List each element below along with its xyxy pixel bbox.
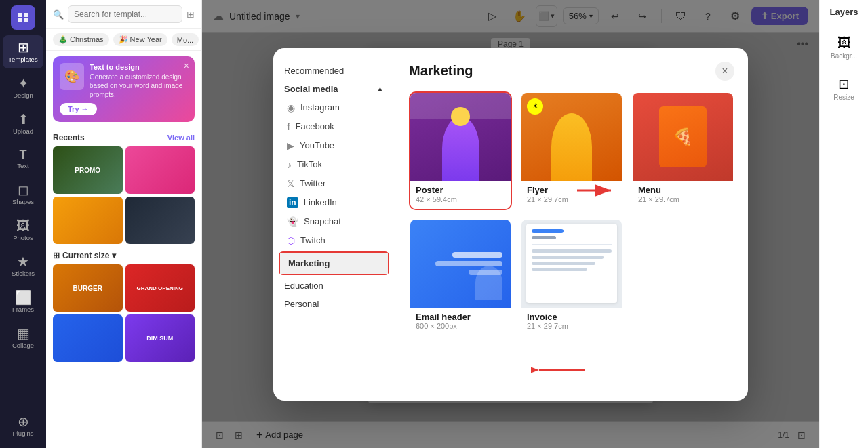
modal-nav-snapchat[interactable]: 👻 Snapchat (273, 212, 395, 231)
snapchat-label: Snapchat (304, 216, 341, 226)
right-panel-background[interactable]: 🖼 Backgr... (823, 30, 866, 65)
layers-title: Layers (820, 0, 868, 24)
template-card-menu[interactable]: 🍕 Menu 21 × 29.7cm (631, 91, 734, 210)
flyer-card-name: Flyer (527, 185, 616, 195)
main-canvas-area: ☁ Untitled image ▾ ▷ ✋ ⬜ ▾ 56% ▾ ↩ ↪ 🛡 ?… (202, 0, 819, 448)
tag-christmas[interactable]: 🎄 Christmas (53, 33, 109, 46)
current-size-section: ⊞ Current size ▾ BURGER GRAND OPENING DI… (46, 247, 201, 365)
tag-more[interactable]: Mo... (172, 33, 199, 46)
youtube-icon: ▶ (287, 140, 294, 151)
sidebar-plugins-label: Plugins (12, 430, 33, 437)
modal-nav-social-media[interactable]: Social media ▲ (273, 80, 395, 98)
promo-title: Text to design (90, 63, 188, 71)
collage-icon: ▦ (17, 327, 30, 340)
sidebar-item-collage[interactable]: ▦ Collage (3, 321, 43, 354)
tiktok-label: TikTok (297, 159, 322, 169)
modal-nav-tiktok[interactable]: ♪ TikTok (273, 155, 395, 174)
sidebar-item-upload[interactable]: ⬆ Upload (3, 107, 43, 140)
filter-icon[interactable]: ⊞ (186, 9, 195, 20)
modal-right-content: Marketing × (395, 48, 748, 401)
modal-nav-education[interactable]: Education (273, 277, 395, 295)
sidebar-item-text[interactable]: T Text (3, 143, 43, 175)
sidebar-item-frames[interactable]: ⬜ Frames (3, 285, 43, 319)
recent-item[interactable] (125, 197, 195, 244)
sidebar-shapes-label: Shapes (12, 198, 34, 205)
menu-card-size: 21 × 29.7cm (638, 195, 728, 203)
invoice-card-size: 21 × 29.7cm (527, 322, 616, 330)
upload-icon: ⬆ (18, 113, 29, 126)
background-icon: 🖼 (837, 35, 851, 51)
modal-nav-personal[interactable]: Personal (273, 295, 395, 313)
poster-card-size: 42 × 59.4cm (416, 195, 505, 203)
modal-nav-twitter[interactable]: 𝕏 Twitter (273, 174, 395, 193)
stickers-icon: ★ (17, 255, 29, 268)
size-item[interactable] (53, 314, 123, 362)
right-panel-resize[interactable]: ⊡ Resize (823, 70, 866, 106)
sidebar-item-photos[interactable]: 🖼 Photos (3, 213, 43, 247)
resize-label: Resize (833, 94, 854, 101)
social-media-label: Social media (284, 84, 338, 94)
promo-card: × 🎨 Text to design Generate a customized… (53, 56, 195, 122)
instagram-icon: ◉ (287, 102, 295, 113)
sidebar-item-stickers[interactable]: ★ Stickers (3, 249, 43, 283)
modal-nav-youtube[interactable]: ▶ YouTube (273, 136, 395, 155)
modal-nav-twitch[interactable]: ⬡ Twitch (273, 231, 395, 250)
modal-overlay[interactable]: Recommended Social media ▲ ◉ Instagram f… (202, 0, 819, 448)
photos-icon: 🖼 (16, 219, 30, 232)
recent-item[interactable] (53, 197, 123, 244)
sidebar-frames-label: Frames (12, 306, 34, 313)
sidebar-text-label: Text (17, 162, 28, 169)
recent-item[interactable]: PROMO (53, 146, 123, 194)
view-all-button[interactable]: View all (167, 134, 195, 142)
linkedin-icon: in (287, 197, 298, 208)
recents-section: Recents View all PROMO (46, 127, 201, 247)
template-card-email-header[interactable]: Email header 600 × 200px (409, 218, 512, 337)
modal-left-nav: Recommended Social media ▲ ◉ Instagram f… (273, 48, 395, 401)
modal-close-button[interactable]: × (715, 62, 734, 81)
promo-subtitle: Generate a customized design based on yo… (90, 73, 188, 99)
current-size-label: Current size (62, 251, 109, 260)
frames-icon: ⬜ (15, 291, 32, 304)
template-card-flyer[interactable]: ☀ Flyer 21 × 29.7cm (520, 91, 623, 210)
tag-new-year[interactable]: 🎉 New Year (113, 33, 167, 46)
twitch-label: Twitch (300, 235, 326, 245)
sidebar-item-shapes[interactable]: ◻ Shapes (3, 178, 43, 211)
email-header-card-name: Email header (416, 312, 505, 322)
modal-nav-marketing-wrapper: Marketing (279, 251, 389, 275)
template-card-invoice[interactable]: Invoice 21 × 29.7cm (520, 218, 623, 337)
app-logo[interactable] (11, 5, 35, 30)
menu-card-name: Menu (638, 185, 728, 195)
linkedin-label: LinkedIn (304, 197, 337, 207)
chevron-down-icon: ▾ (112, 251, 116, 260)
promo-close-button[interactable]: × (184, 60, 189, 71)
sidebar-item-plugins[interactable]: ⊕ Plugins (3, 409, 43, 443)
try-button[interactable]: Try → (60, 103, 97, 115)
invoice-card-name: Invoice (527, 312, 616, 322)
size-item[interactable]: DIM SUM (125, 314, 195, 362)
resize-icon: ⊡ (838, 76, 850, 92)
search-input[interactable] (68, 5, 182, 23)
sidebar-templates-label: Templates (8, 56, 37, 63)
sidebar-item-templates[interactable]: ⊞ Templates (3, 35, 43, 68)
size-item[interactable]: BURGER (53, 264, 123, 312)
modal-nav-marketing[interactable]: Marketing (280, 253, 388, 274)
facebook-label: Facebook (296, 121, 334, 131)
sidebar-design-label: Design (13, 91, 33, 99)
modal-nav-linkedin[interactable]: in LinkedIn (273, 193, 395, 212)
social-chevron-icon: ▲ (376, 85, 384, 93)
modal-nav-instagram[interactable]: ◉ Instagram (273, 98, 395, 117)
sidebar-photos-label: Photos (13, 234, 33, 241)
youtube-label: YouTube (300, 140, 334, 150)
tiktok-icon: ♪ (287, 159, 292, 170)
modal: Recommended Social media ▲ ◉ Instagram f… (273, 48, 748, 401)
recent-item[interactable] (125, 146, 195, 194)
modal-nav-facebook[interactable]: f Facebook (273, 117, 395, 136)
sidebar-stickers-label: Stickers (12, 270, 35, 277)
sidebar-item-design[interactable]: ✦ Design (3, 71, 43, 104)
size-item[interactable]: GRAND OPENING (125, 264, 195, 312)
modal-nav-recommended[interactable]: Recommended (273, 62, 395, 80)
instagram-label: Instagram (300, 102, 340, 113)
template-card-poster[interactable]: Poster 42 × 59.4cm (409, 91, 512, 210)
left-sidebar: ⊞ Templates ✦ Design ⬆ Upload T Text ◻ S… (0, 0, 46, 448)
current-size-header[interactable]: ⊞ Current size ▾ (53, 251, 195, 260)
